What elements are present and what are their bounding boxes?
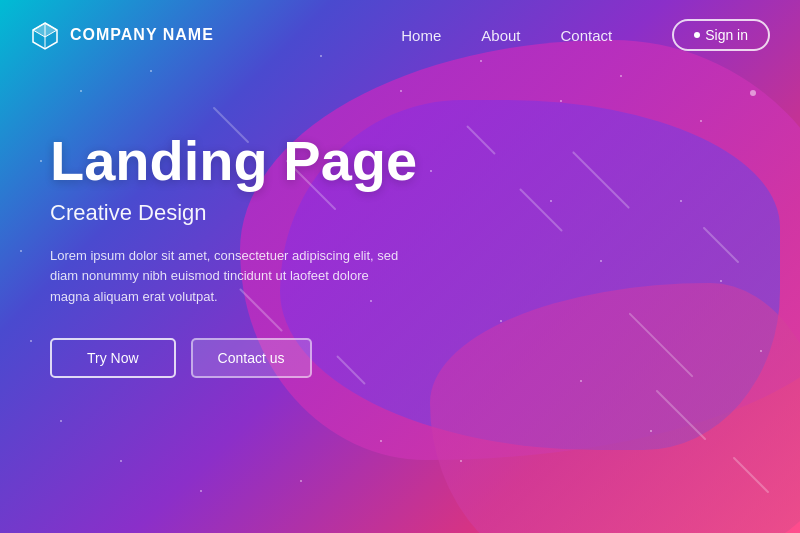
hero-title: Landing Page <box>50 130 417 192</box>
logo-icon <box>30 20 60 50</box>
nav-links: Home About Contact Sign in <box>401 19 770 51</box>
contact-us-button[interactable]: Contact us <box>191 338 312 378</box>
signin-label: Sign in <box>705 27 748 43</box>
hero-subtitle: Creative Design <box>50 200 417 226</box>
signin-dot-icon <box>694 32 700 38</box>
nav-home[interactable]: Home <box>401 27 441 44</box>
cta-buttons: Try Now Contact us <box>50 338 417 378</box>
page-wrapper: COMPANY NAME Home About Contact Sign in … <box>0 0 800 533</box>
main-content: Landing Page Creative Design Lorem ipsum… <box>50 130 417 378</box>
try-now-button[interactable]: Try Now <box>50 338 176 378</box>
hero-description: Lorem ipsum dolor sit amet, consectetuer… <box>50 246 400 308</box>
nav-contact[interactable]: Contact <box>560 27 612 44</box>
nav-about[interactable]: About <box>481 27 520 44</box>
logo-area: COMPANY NAME <box>30 20 401 50</box>
navbar: COMPANY NAME Home About Contact Sign in <box>0 0 800 70</box>
sign-in-button[interactable]: Sign in <box>672 19 770 51</box>
company-name: COMPANY NAME <box>70 26 214 44</box>
